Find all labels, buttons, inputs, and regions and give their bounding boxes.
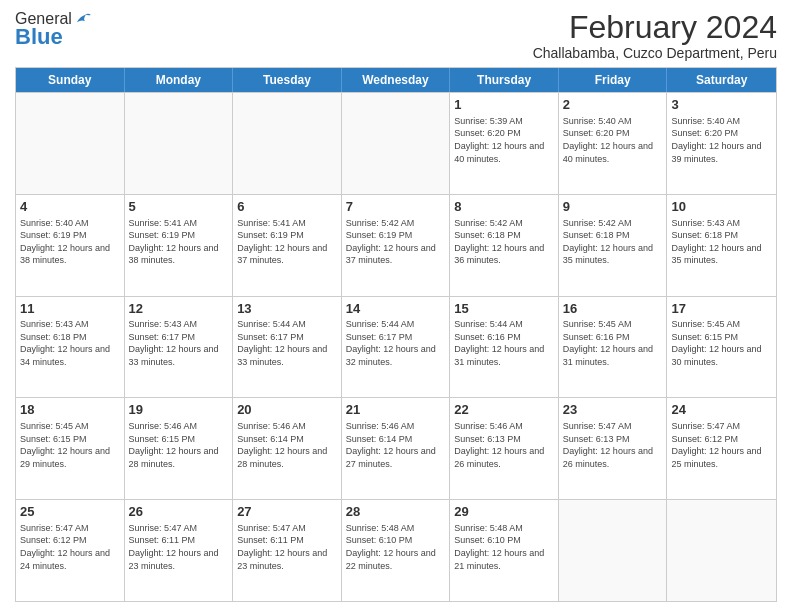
day-number: 2 xyxy=(563,96,663,114)
calendar-cell xyxy=(233,93,342,194)
calendar-cell: 12Sunrise: 5:43 AMSunset: 6:17 PMDayligh… xyxy=(125,297,234,398)
day-number: 26 xyxy=(129,503,229,521)
day-number: 29 xyxy=(454,503,554,521)
calendar-cell: 1Sunrise: 5:39 AMSunset: 6:20 PMDaylight… xyxy=(450,93,559,194)
day-info: Sunrise: 5:40 AMSunset: 6:19 PMDaylight:… xyxy=(20,217,120,267)
main-title: February 2024 xyxy=(533,10,777,45)
day-info: Sunrise: 5:46 AMSunset: 6:14 PMDaylight:… xyxy=(346,420,446,470)
calendar-cell xyxy=(559,500,668,601)
day-number: 13 xyxy=(237,300,337,318)
day-number: 7 xyxy=(346,198,446,216)
logo: General Blue xyxy=(15,10,92,50)
header-day-wednesday: Wednesday xyxy=(342,68,451,92)
day-number: 4 xyxy=(20,198,120,216)
day-info: Sunrise: 5:45 AMSunset: 6:15 PMDaylight:… xyxy=(671,318,772,368)
calendar-cell: 6Sunrise: 5:41 AMSunset: 6:19 PMDaylight… xyxy=(233,195,342,296)
calendar-row-1: 4Sunrise: 5:40 AMSunset: 6:19 PMDaylight… xyxy=(16,194,776,296)
day-info: Sunrise: 5:47 AMSunset: 6:12 PMDaylight:… xyxy=(671,420,772,470)
day-number: 3 xyxy=(671,96,772,114)
calendar-cell: 16Sunrise: 5:45 AMSunset: 6:16 PMDayligh… xyxy=(559,297,668,398)
day-info: Sunrise: 5:47 AMSunset: 6:11 PMDaylight:… xyxy=(237,522,337,572)
logo-bird-icon xyxy=(74,10,92,28)
calendar-body: 1Sunrise: 5:39 AMSunset: 6:20 PMDaylight… xyxy=(16,92,776,601)
calendar-cell: 27Sunrise: 5:47 AMSunset: 6:11 PMDayligh… xyxy=(233,500,342,601)
calendar-cell xyxy=(667,500,776,601)
day-number: 5 xyxy=(129,198,229,216)
day-number: 6 xyxy=(237,198,337,216)
day-number: 23 xyxy=(563,401,663,419)
day-number: 11 xyxy=(20,300,120,318)
calendar-row-3: 18Sunrise: 5:45 AMSunset: 6:15 PMDayligh… xyxy=(16,397,776,499)
day-number: 15 xyxy=(454,300,554,318)
day-number: 17 xyxy=(671,300,772,318)
calendar-cell: 11Sunrise: 5:43 AMSunset: 6:18 PMDayligh… xyxy=(16,297,125,398)
day-info: Sunrise: 5:39 AMSunset: 6:20 PMDaylight:… xyxy=(454,115,554,165)
day-info: Sunrise: 5:47 AMSunset: 6:11 PMDaylight:… xyxy=(129,522,229,572)
day-number: 12 xyxy=(129,300,229,318)
calendar-cell: 3Sunrise: 5:40 AMSunset: 6:20 PMDaylight… xyxy=(667,93,776,194)
logo-blue-text: Blue xyxy=(15,24,63,50)
day-number: 24 xyxy=(671,401,772,419)
calendar-cell: 13Sunrise: 5:44 AMSunset: 6:17 PMDayligh… xyxy=(233,297,342,398)
day-number: 28 xyxy=(346,503,446,521)
header-day-friday: Friday xyxy=(559,68,668,92)
calendar-cell: 28Sunrise: 5:48 AMSunset: 6:10 PMDayligh… xyxy=(342,500,451,601)
calendar-cell: 2Sunrise: 5:40 AMSunset: 6:20 PMDaylight… xyxy=(559,93,668,194)
day-info: Sunrise: 5:48 AMSunset: 6:10 PMDaylight:… xyxy=(454,522,554,572)
calendar-cell: 25Sunrise: 5:47 AMSunset: 6:12 PMDayligh… xyxy=(16,500,125,601)
header-day-saturday: Saturday xyxy=(667,68,776,92)
day-info: Sunrise: 5:43 AMSunset: 6:18 PMDaylight:… xyxy=(20,318,120,368)
day-number: 22 xyxy=(454,401,554,419)
day-number: 8 xyxy=(454,198,554,216)
calendar: SundayMondayTuesdayWednesdayThursdayFrid… xyxy=(15,67,777,602)
calendar-cell: 29Sunrise: 5:48 AMSunset: 6:10 PMDayligh… xyxy=(450,500,559,601)
calendar-cell: 5Sunrise: 5:41 AMSunset: 6:19 PMDaylight… xyxy=(125,195,234,296)
day-number: 10 xyxy=(671,198,772,216)
header-day-thursday: Thursday xyxy=(450,68,559,92)
calendar-cell xyxy=(125,93,234,194)
day-info: Sunrise: 5:41 AMSunset: 6:19 PMDaylight:… xyxy=(129,217,229,267)
day-info: Sunrise: 5:46 AMSunset: 6:14 PMDaylight:… xyxy=(237,420,337,470)
subtitle: Challabamba, Cuzco Department, Peru xyxy=(533,45,777,61)
day-info: Sunrise: 5:42 AMSunset: 6:18 PMDaylight:… xyxy=(454,217,554,267)
day-info: Sunrise: 5:46 AMSunset: 6:13 PMDaylight:… xyxy=(454,420,554,470)
day-number: 1 xyxy=(454,96,554,114)
calendar-header: SundayMondayTuesdayWednesdayThursdayFrid… xyxy=(16,68,776,92)
day-number: 20 xyxy=(237,401,337,419)
calendar-cell: 10Sunrise: 5:43 AMSunset: 6:18 PMDayligh… xyxy=(667,195,776,296)
calendar-cell: 23Sunrise: 5:47 AMSunset: 6:13 PMDayligh… xyxy=(559,398,668,499)
day-info: Sunrise: 5:46 AMSunset: 6:15 PMDaylight:… xyxy=(129,420,229,470)
day-number: 9 xyxy=(563,198,663,216)
day-info: Sunrise: 5:42 AMSunset: 6:19 PMDaylight:… xyxy=(346,217,446,267)
header: General Blue February 2024 Challabamba, … xyxy=(15,10,777,61)
day-info: Sunrise: 5:41 AMSunset: 6:19 PMDaylight:… xyxy=(237,217,337,267)
calendar-cell xyxy=(342,93,451,194)
calendar-cell: 24Sunrise: 5:47 AMSunset: 6:12 PMDayligh… xyxy=(667,398,776,499)
day-info: Sunrise: 5:47 AMSunset: 6:13 PMDaylight:… xyxy=(563,420,663,470)
header-day-sunday: Sunday xyxy=(16,68,125,92)
calendar-row-4: 25Sunrise: 5:47 AMSunset: 6:12 PMDayligh… xyxy=(16,499,776,601)
day-number: 25 xyxy=(20,503,120,521)
calendar-cell: 4Sunrise: 5:40 AMSunset: 6:19 PMDaylight… xyxy=(16,195,125,296)
day-number: 21 xyxy=(346,401,446,419)
calendar-cell: 15Sunrise: 5:44 AMSunset: 6:16 PMDayligh… xyxy=(450,297,559,398)
calendar-cell: 18Sunrise: 5:45 AMSunset: 6:15 PMDayligh… xyxy=(16,398,125,499)
calendar-cell: 7Sunrise: 5:42 AMSunset: 6:19 PMDaylight… xyxy=(342,195,451,296)
day-info: Sunrise: 5:44 AMSunset: 6:17 PMDaylight:… xyxy=(237,318,337,368)
calendar-row-2: 11Sunrise: 5:43 AMSunset: 6:18 PMDayligh… xyxy=(16,296,776,398)
day-number: 27 xyxy=(237,503,337,521)
day-info: Sunrise: 5:42 AMSunset: 6:18 PMDaylight:… xyxy=(563,217,663,267)
day-info: Sunrise: 5:45 AMSunset: 6:16 PMDaylight:… xyxy=(563,318,663,368)
day-number: 18 xyxy=(20,401,120,419)
day-info: Sunrise: 5:44 AMSunset: 6:16 PMDaylight:… xyxy=(454,318,554,368)
calendar-cell: 20Sunrise: 5:46 AMSunset: 6:14 PMDayligh… xyxy=(233,398,342,499)
day-number: 16 xyxy=(563,300,663,318)
calendar-cell xyxy=(16,93,125,194)
day-number: 19 xyxy=(129,401,229,419)
day-info: Sunrise: 5:40 AMSunset: 6:20 PMDaylight:… xyxy=(563,115,663,165)
calendar-cell: 21Sunrise: 5:46 AMSunset: 6:14 PMDayligh… xyxy=(342,398,451,499)
header-day-monday: Monday xyxy=(125,68,234,92)
day-info: Sunrise: 5:44 AMSunset: 6:17 PMDaylight:… xyxy=(346,318,446,368)
calendar-cell: 19Sunrise: 5:46 AMSunset: 6:15 PMDayligh… xyxy=(125,398,234,499)
day-info: Sunrise: 5:48 AMSunset: 6:10 PMDaylight:… xyxy=(346,522,446,572)
